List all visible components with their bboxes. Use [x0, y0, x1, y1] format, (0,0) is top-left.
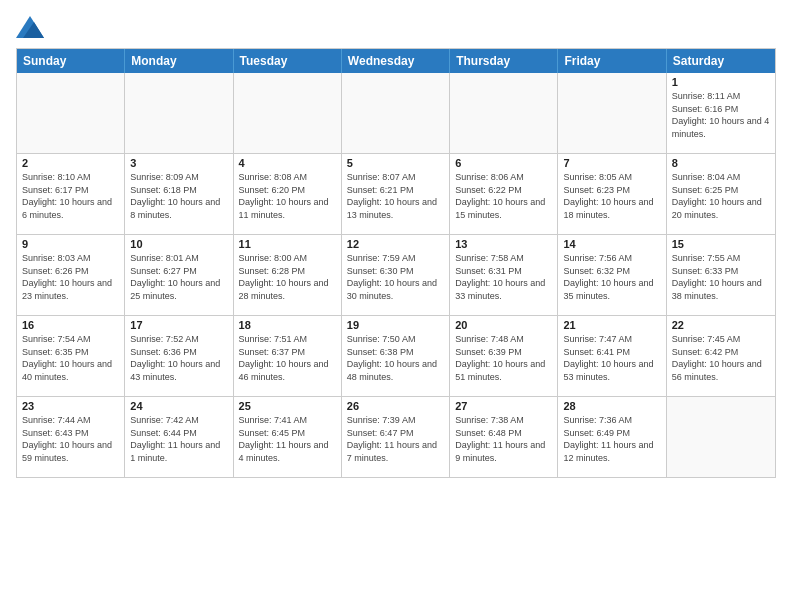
calendar-outer: SundayMondayTuesdayWednesdayThursdayFrid… [16, 48, 776, 478]
calendar-cell [667, 397, 775, 477]
calendar-cell: 4Sunrise: 8:08 AM Sunset: 6:20 PM Daylig… [234, 154, 342, 234]
day-number: 26 [347, 400, 444, 412]
logo-icon [16, 16, 44, 38]
header-day-sunday: Sunday [17, 49, 125, 73]
calendar-header-row: SundayMondayTuesdayWednesdayThursdayFrid… [17, 49, 775, 73]
day-number: 19 [347, 319, 444, 331]
header-day-wednesday: Wednesday [342, 49, 450, 73]
day-info: Sunrise: 7:39 AM Sunset: 6:47 PM Dayligh… [347, 414, 444, 464]
day-number: 28 [563, 400, 660, 412]
day-number: 17 [130, 319, 227, 331]
day-number: 18 [239, 319, 336, 331]
calendar-cell: 14Sunrise: 7:56 AM Sunset: 6:32 PM Dayli… [558, 235, 666, 315]
calendar-cell: 2Sunrise: 8:10 AM Sunset: 6:17 PM Daylig… [17, 154, 125, 234]
day-info: Sunrise: 7:38 AM Sunset: 6:48 PM Dayligh… [455, 414, 552, 464]
day-info: Sunrise: 7:44 AM Sunset: 6:43 PM Dayligh… [22, 414, 119, 464]
header-day-saturday: Saturday [667, 49, 775, 73]
day-info: Sunrise: 7:55 AM Sunset: 6:33 PM Dayligh… [672, 252, 770, 302]
calendar-cell [17, 73, 125, 153]
calendar-cell: 17Sunrise: 7:52 AM Sunset: 6:36 PM Dayli… [125, 316, 233, 396]
calendar-cell: 18Sunrise: 7:51 AM Sunset: 6:37 PM Dayli… [234, 316, 342, 396]
calendar-cell: 11Sunrise: 8:00 AM Sunset: 6:28 PM Dayli… [234, 235, 342, 315]
calendar-cell: 19Sunrise: 7:50 AM Sunset: 6:38 PM Dayli… [342, 316, 450, 396]
day-number: 10 [130, 238, 227, 250]
calendar-cell [558, 73, 666, 153]
calendar-cell: 5Sunrise: 8:07 AM Sunset: 6:21 PM Daylig… [342, 154, 450, 234]
calendar-cell: 28Sunrise: 7:36 AM Sunset: 6:49 PM Dayli… [558, 397, 666, 477]
calendar-week-2: 2Sunrise: 8:10 AM Sunset: 6:17 PM Daylig… [17, 154, 775, 235]
calendar-cell: 8Sunrise: 8:04 AM Sunset: 6:25 PM Daylig… [667, 154, 775, 234]
logo [16, 16, 48, 38]
day-number: 3 [130, 157, 227, 169]
day-info: Sunrise: 8:08 AM Sunset: 6:20 PM Dayligh… [239, 171, 336, 221]
calendar-cell: 22Sunrise: 7:45 AM Sunset: 6:42 PM Dayli… [667, 316, 775, 396]
calendar-body: 1Sunrise: 8:11 AM Sunset: 6:16 PM Daylig… [17, 73, 775, 477]
day-number: 16 [22, 319, 119, 331]
calendar-cell: 10Sunrise: 8:01 AM Sunset: 6:27 PM Dayli… [125, 235, 233, 315]
day-info: Sunrise: 7:41 AM Sunset: 6:45 PM Dayligh… [239, 414, 336, 464]
day-info: Sunrise: 8:00 AM Sunset: 6:28 PM Dayligh… [239, 252, 336, 302]
calendar-cell: 27Sunrise: 7:38 AM Sunset: 6:48 PM Dayli… [450, 397, 558, 477]
calendar-cell: 21Sunrise: 7:47 AM Sunset: 6:41 PM Dayli… [558, 316, 666, 396]
day-number: 13 [455, 238, 552, 250]
day-info: Sunrise: 8:01 AM Sunset: 6:27 PM Dayligh… [130, 252, 227, 302]
day-info: Sunrise: 8:04 AM Sunset: 6:25 PM Dayligh… [672, 171, 770, 221]
calendar-cell: 16Sunrise: 7:54 AM Sunset: 6:35 PM Dayli… [17, 316, 125, 396]
day-number: 1 [672, 76, 770, 88]
calendar-cell [450, 73, 558, 153]
header-day-tuesday: Tuesday [234, 49, 342, 73]
day-number: 15 [672, 238, 770, 250]
calendar-week-1: 1Sunrise: 8:11 AM Sunset: 6:16 PM Daylig… [17, 73, 775, 154]
calendar-week-4: 16Sunrise: 7:54 AM Sunset: 6:35 PM Dayli… [17, 316, 775, 397]
day-number: 7 [563, 157, 660, 169]
day-info: Sunrise: 8:06 AM Sunset: 6:22 PM Dayligh… [455, 171, 552, 221]
calendar-cell [234, 73, 342, 153]
day-info: Sunrise: 7:56 AM Sunset: 6:32 PM Dayligh… [563, 252, 660, 302]
header [16, 16, 776, 38]
page: SundayMondayTuesdayWednesdayThursdayFrid… [0, 0, 792, 612]
day-info: Sunrise: 8:03 AM Sunset: 6:26 PM Dayligh… [22, 252, 119, 302]
day-number: 12 [347, 238, 444, 250]
calendar-cell: 26Sunrise: 7:39 AM Sunset: 6:47 PM Dayli… [342, 397, 450, 477]
calendar-cell: 13Sunrise: 7:58 AM Sunset: 6:31 PM Dayli… [450, 235, 558, 315]
calendar-cell: 12Sunrise: 7:59 AM Sunset: 6:30 PM Dayli… [342, 235, 450, 315]
day-info: Sunrise: 7:42 AM Sunset: 6:44 PM Dayligh… [130, 414, 227, 464]
day-info: Sunrise: 7:36 AM Sunset: 6:49 PM Dayligh… [563, 414, 660, 464]
calendar-cell: 25Sunrise: 7:41 AM Sunset: 6:45 PM Dayli… [234, 397, 342, 477]
calendar-cell: 6Sunrise: 8:06 AM Sunset: 6:22 PM Daylig… [450, 154, 558, 234]
day-info: Sunrise: 8:07 AM Sunset: 6:21 PM Dayligh… [347, 171, 444, 221]
day-number: 24 [130, 400, 227, 412]
day-number: 27 [455, 400, 552, 412]
calendar-cell: 1Sunrise: 8:11 AM Sunset: 6:16 PM Daylig… [667, 73, 775, 153]
calendar-week-5: 23Sunrise: 7:44 AM Sunset: 6:43 PM Dayli… [17, 397, 775, 477]
day-info: Sunrise: 8:11 AM Sunset: 6:16 PM Dayligh… [672, 90, 770, 140]
day-info: Sunrise: 7:52 AM Sunset: 6:36 PM Dayligh… [130, 333, 227, 383]
day-number: 5 [347, 157, 444, 169]
day-number: 20 [455, 319, 552, 331]
day-number: 23 [22, 400, 119, 412]
day-info: Sunrise: 7:58 AM Sunset: 6:31 PM Dayligh… [455, 252, 552, 302]
day-number: 22 [672, 319, 770, 331]
header-day-thursday: Thursday [450, 49, 558, 73]
day-info: Sunrise: 7:50 AM Sunset: 6:38 PM Dayligh… [347, 333, 444, 383]
day-number: 21 [563, 319, 660, 331]
calendar-cell [125, 73, 233, 153]
calendar-cell: 23Sunrise: 7:44 AM Sunset: 6:43 PM Dayli… [17, 397, 125, 477]
day-info: Sunrise: 8:10 AM Sunset: 6:17 PM Dayligh… [22, 171, 119, 221]
calendar-cell [342, 73, 450, 153]
day-info: Sunrise: 8:09 AM Sunset: 6:18 PM Dayligh… [130, 171, 227, 221]
day-number: 8 [672, 157, 770, 169]
day-info: Sunrise: 7:51 AM Sunset: 6:37 PM Dayligh… [239, 333, 336, 383]
day-info: Sunrise: 8:05 AM Sunset: 6:23 PM Dayligh… [563, 171, 660, 221]
day-number: 2 [22, 157, 119, 169]
calendar-cell: 24Sunrise: 7:42 AM Sunset: 6:44 PM Dayli… [125, 397, 233, 477]
calendar-cell: 20Sunrise: 7:48 AM Sunset: 6:39 PM Dayli… [450, 316, 558, 396]
day-number: 11 [239, 238, 336, 250]
day-info: Sunrise: 7:54 AM Sunset: 6:35 PM Dayligh… [22, 333, 119, 383]
day-number: 4 [239, 157, 336, 169]
header-day-friday: Friday [558, 49, 666, 73]
day-info: Sunrise: 7:45 AM Sunset: 6:42 PM Dayligh… [672, 333, 770, 383]
calendar-week-3: 9Sunrise: 8:03 AM Sunset: 6:26 PM Daylig… [17, 235, 775, 316]
calendar-cell: 3Sunrise: 8:09 AM Sunset: 6:18 PM Daylig… [125, 154, 233, 234]
header-day-monday: Monday [125, 49, 233, 73]
